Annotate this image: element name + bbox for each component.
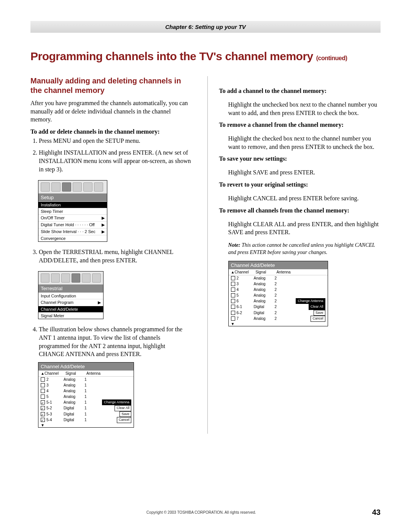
main-title-text: Programming channels into the TV's chann… [30, 50, 313, 62]
label-remove-all: To remove all channels from the channel … [219, 207, 381, 214]
osd-menu-item: Convergence [38, 235, 107, 241]
text-remove-all: Highlight CLEAR ALL and press ENTER, and… [228, 220, 381, 236]
osd-menu-item: Channel Add/Delete [38, 306, 103, 312]
table-row: 4Analog1 [38, 388, 134, 394]
osd-terrestrial: Terrestrial Input ConfigurationChannel P… [38, 271, 104, 319]
table-row: 7Analog2Cancel [229, 316, 328, 322]
step-2: Highlight INSTALLATION and press ENTER. … [39, 149, 192, 173]
table-row: 5-3Digital1Save [38, 411, 134, 417]
osd-icon [73, 182, 82, 192]
osd-menu-item: Signal Meter [38, 312, 103, 319]
checkbox-icon [231, 299, 235, 303]
osd-button: Save [119, 411, 131, 417]
osd-menu-item: Sleep Timer [38, 208, 107, 214]
table-row: 5-1Analog1Change Antenna [38, 399, 134, 406]
cad1-title: Channel Add/Delete [38, 363, 134, 371]
osd-icon [51, 182, 61, 192]
table-row: 5Analog2 [229, 292, 328, 298]
table-row: 2Analog2 [229, 275, 328, 281]
text-add-channel: Highlight the unchecked box next to the … [228, 101, 381, 117]
copyright: Copyright © 2003 TOSHIBA CORPORATION. Al… [30, 510, 372, 514]
table-row: 3Analog2 [229, 281, 328, 287]
table-row: 5-4Digital1Cancel [38, 417, 134, 423]
sub-heading: Manually adding and deleting channels in… [30, 76, 192, 95]
table-row: 3Analog1 [38, 382, 134, 388]
checkbox-icon [41, 389, 45, 393]
osd-icon [41, 182, 50, 192]
cad2-down-arrow: ▼ [229, 322, 328, 326]
note: Note: This action cannot be cancelled un… [228, 242, 381, 256]
step-4: The illustration below shows channels pr… [39, 325, 192, 358]
note-label: Note: [228, 242, 241, 248]
osd-setup: Setup InstallationSleep TimerOn/Off Time… [38, 180, 107, 242]
osd-button: Cancel [311, 316, 325, 322]
text-remove-channel: Highlight the checked box next to the ch… [228, 134, 381, 151]
channel-add-delete-2: Channel Add/Delete ▲ Channel Signal Ante… [228, 261, 328, 326]
osd-menu-item: Slide Show Interval · · · 2 Sec▶ [38, 228, 107, 235]
intro-paragraph: After you have programmed the channels a… [30, 99, 192, 124]
osd-icon [61, 273, 70, 283]
table-row: 4Analog2 [229, 287, 328, 292]
osd-icon [92, 273, 101, 283]
cad1-h2: Signal [65, 371, 86, 375]
osd-button: Change Antenna [296, 298, 325, 304]
page-number: 43 [372, 508, 381, 517]
checkbox-icon [41, 377, 45, 382]
osd-button: Clear All [115, 405, 131, 411]
osd-icon [51, 273, 60, 283]
cad1-head: ▲ Channel Signal Antenna [38, 371, 134, 377]
main-title-continued: (continued) [316, 55, 347, 61]
checkbox-icon [41, 395, 45, 399]
checkbox-icon [41, 400, 45, 404]
label-revert: To revert to your original settings: [219, 181, 381, 188]
checkbox-icon [231, 316, 235, 321]
osd-icon-selected [62, 182, 71, 192]
osd-menu-item: Digital Tuner Hold · · · · · · Off▶ [38, 221, 107, 228]
checkbox-icon [41, 418, 45, 422]
cad2-head: ▲ Channel Signal Antenna [229, 269, 328, 275]
osd-menu-item: Input Configuration [38, 292, 103, 299]
label-add-delete: To add or delete channels in the channel… [30, 128, 192, 135]
cad1-h3: Antenna [86, 371, 107, 375]
cad1-down-arrow: ▼ [38, 423, 134, 427]
step-3: Open the TERRESTRIAL menu, highlight CHA… [39, 248, 192, 264]
text-save-settings: Highlight SAVE and press ENTER. [228, 168, 381, 177]
checkbox-icon [41, 412, 45, 416]
checkbox-icon [231, 282, 235, 286]
table-row: 2Analog1 [38, 377, 134, 382]
osd-setup-title: Setup [38, 193, 107, 201]
osd-menu-item: Channel Program▶ [38, 299, 103, 306]
cad2-h2: Signal [255, 270, 276, 274]
table-row: 6Analog2Change Antenna [229, 298, 328, 304]
checkbox-icon [231, 288, 235, 292]
checkbox-icon [231, 311, 235, 315]
checkbox-icon [41, 383, 45, 387]
osd-button: Save [314, 310, 325, 316]
text-revert: Highlight CANCEL and press ENTER before … [228, 194, 381, 203]
cad1-h1: Channel [45, 371, 65, 375]
checkbox-icon [231, 276, 235, 280]
osd-icon [41, 273, 49, 283]
checkbox-icon [231, 293, 235, 297]
osd-button: Change Antenna [102, 399, 131, 406]
cad2-h3: Antenna [276, 270, 297, 274]
osd-icon [94, 182, 103, 192]
table-row: 6-2Digital2Save [229, 310, 328, 316]
label-remove-channel: To remove a channel from the channel mem… [219, 121, 381, 128]
chapter-bar: Chapter 6: Setting up your TV [30, 21, 381, 33]
osd-button: Clear All [309, 304, 325, 310]
checkbox-icon [231, 305, 235, 309]
cad2-title: Channel Add/Delete [229, 261, 328, 269]
table-row: 5Analog1 [38, 394, 134, 399]
osd-icon [83, 182, 92, 192]
osd-icon-selected [72, 273, 80, 283]
page-title: Programming channels into the TV's chann… [30, 50, 381, 63]
osd-icon [82, 273, 91, 283]
channel-add-delete-1: Channel Add/Delete ▲ Channel Signal Ante… [38, 362, 134, 428]
table-row: 5-2Digital1Clear All [38, 405, 134, 411]
step-1: Press MENU and open the SETUP menu. [39, 137, 192, 145]
osd-menu-item: Installation [38, 201, 107, 208]
osd-setup-icon-row [38, 181, 107, 193]
table-row: 6-1Digital2Clear All [229, 304, 328, 310]
label-add-channel: To add a channel to the channel memory: [219, 88, 381, 94]
